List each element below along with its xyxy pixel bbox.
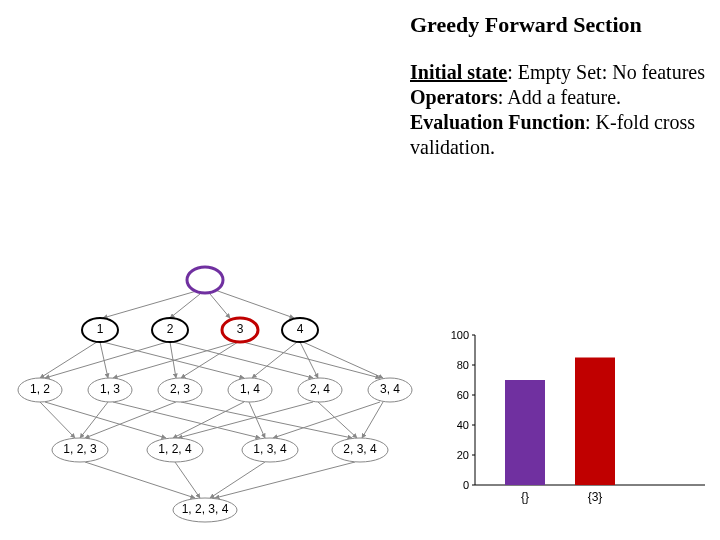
y-tick-label: 40 — [457, 419, 469, 431]
svg-line-12 — [243, 342, 380, 378]
svg-line-16 — [40, 402, 75, 438]
description: Initial state: Empty Set: No features Op… — [410, 60, 720, 160]
node-1234-label: 1, 2, 3, 4 — [182, 502, 229, 516]
slide: Greedy Forward Section Initial state: Em… — [0, 0, 720, 540]
svg-line-20 — [85, 402, 176, 438]
svg-line-17 — [45, 402, 166, 438]
node-13-label: 1, 3 — [100, 382, 120, 396]
node-134-label: 1, 3, 4 — [253, 442, 287, 456]
svg-line-11 — [181, 342, 238, 378]
node-14-label: 1, 4 — [240, 382, 260, 396]
node-2-label: 2 — [167, 322, 174, 336]
svg-line-25 — [318, 402, 357, 438]
y-tick-label: 0 — [463, 479, 469, 491]
slide-title: Greedy Forward Section — [410, 12, 720, 38]
operators-label: Operators — [410, 86, 498, 108]
svg-line-24 — [178, 402, 313, 438]
node-3-label: 3 — [237, 322, 244, 336]
node-24-label: 2, 4 — [310, 382, 330, 396]
y-tick-label: 60 — [457, 389, 469, 401]
node-1-label: 1 — [97, 322, 104, 336]
bar — [575, 358, 615, 486]
node-123-label: 1, 2, 3 — [63, 442, 97, 456]
svg-line-0 — [103, 290, 200, 318]
y-tick-label: 100 — [451, 330, 469, 341]
bar — [505, 380, 545, 485]
y-tick-label: 20 — [457, 449, 469, 461]
svg-line-7 — [45, 342, 167, 378]
x-category-label: {3} — [588, 490, 603, 504]
x-category-label: {} — [521, 490, 529, 504]
svg-line-19 — [113, 402, 260, 438]
node-4-label: 4 — [297, 322, 304, 336]
node-124-label: 1, 2, 4 — [158, 442, 192, 456]
svg-line-4 — [40, 340, 100, 378]
node-12-label: 1, 2 — [30, 382, 50, 396]
svg-line-2 — [210, 294, 230, 318]
operators-value: : Add a feature. — [498, 86, 621, 108]
node-root — [187, 267, 223, 293]
node-23-label: 2, 3 — [170, 382, 190, 396]
svg-line-9 — [173, 342, 313, 378]
lattice-diagram: 1 2 3 4 1, 2 1, 3 2, 3 1, 4 2, 4 3, 4 1,… — [0, 250, 440, 540]
svg-line-31 — [215, 462, 355, 498]
initial-state-label: Initial state — [410, 61, 507, 83]
node-234-label: 2, 3, 4 — [343, 442, 377, 456]
initial-state-value: : Empty Set: No features — [507, 61, 705, 83]
node-34-label: 3, 4 — [380, 382, 400, 396]
bar-chart: 020406080100{}{3} — [445, 330, 720, 525]
svg-line-23 — [249, 402, 265, 438]
y-tick-label: 80 — [457, 359, 469, 371]
evaluation-label: Evaluation Function — [410, 111, 585, 133]
